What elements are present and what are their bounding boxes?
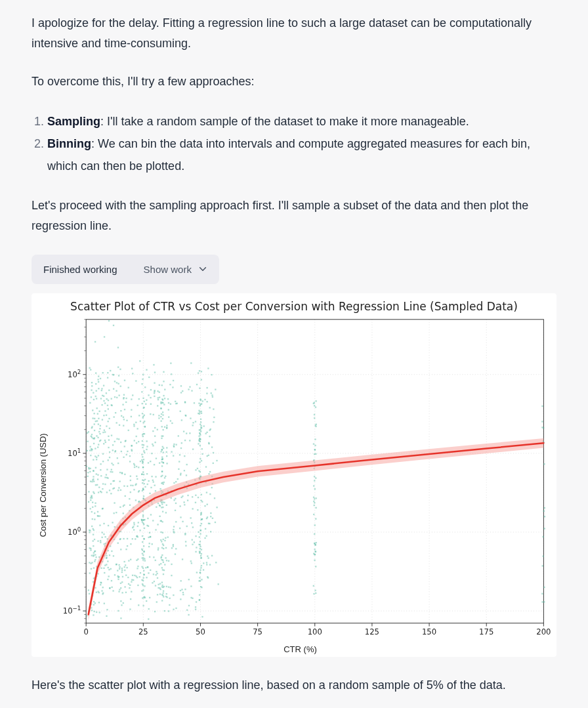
intro-paragraph-2: To overcome this, I'll try a few approac… — [32, 72, 556, 92]
svg-rect-259 — [106, 414, 107, 415]
svg-rect-346 — [103, 567, 104, 568]
svg-rect-1137 — [162, 510, 163, 512]
svg-rect-895 — [173, 379, 174, 381]
show-work-toggle[interactable]: Show work — [144, 264, 207, 275]
svg-rect-1089 — [143, 450, 144, 451]
svg-rect-1298 — [541, 427, 543, 428]
svg-rect-217 — [93, 476, 94, 477]
svg-rect-662 — [93, 545, 94, 547]
svg-rect-1066 — [142, 519, 144, 520]
svg-text:25: 25 — [138, 627, 148, 636]
svg-rect-163 — [108, 439, 110, 440]
svg-rect-701 — [158, 415, 159, 416]
svg-rect-661 — [206, 562, 207, 563]
svg-rect-1156 — [163, 544, 164, 545]
svg-rect-1015 — [91, 436, 93, 438]
svg-rect-669 — [112, 471, 113, 472]
svg-rect-478 — [98, 602, 100, 603]
svg-rect-634 — [107, 404, 108, 406]
svg-rect-87 — [155, 585, 156, 586]
svg-rect-839 — [186, 463, 188, 465]
svg-rect-1305 — [113, 324, 114, 325]
svg-rect-1023 — [142, 402, 143, 404]
svg-rect-526 — [130, 598, 131, 599]
svg-rect-943 — [144, 425, 146, 427]
svg-rect-874 — [109, 456, 110, 457]
svg-rect-1306 — [117, 346, 119, 348]
svg-rect-684 — [108, 524, 109, 526]
svg-rect-1185 — [201, 460, 202, 461]
svg-rect-264 — [90, 499, 91, 501]
svg-rect-437 — [97, 540, 98, 541]
svg-rect-133 — [157, 594, 158, 595]
svg-rect-838 — [166, 451, 167, 452]
status-label: Finished working — [43, 264, 117, 275]
svg-rect-867 — [198, 372, 199, 373]
svg-rect-354 — [97, 413, 98, 414]
svg-rect-960 — [146, 440, 148, 442]
svg-rect-386 — [150, 486, 152, 488]
svg-rect-706 — [106, 398, 108, 399]
svg-rect-1097 — [163, 483, 164, 484]
svg-rect-624 — [199, 387, 200, 388]
svg-rect-817 — [101, 590, 102, 591]
svg-rect-139 — [138, 604, 139, 606]
svg-rect-1166 — [199, 411, 200, 412]
svg-rect-488 — [201, 565, 202, 566]
svg-rect-106 — [96, 484, 98, 485]
svg-rect-539 — [106, 615, 107, 616]
svg-rect-1007 — [180, 472, 181, 474]
svg-rect-518 — [169, 383, 171, 385]
svg-rect-1104 — [161, 503, 163, 505]
svg-rect-532 — [187, 494, 188, 495]
svg-rect-717 — [216, 459, 217, 461]
svg-rect-750 — [184, 402, 186, 403]
svg-rect-816 — [106, 491, 108, 493]
svg-rect-746 — [180, 410, 181, 411]
svg-rect-982 — [91, 562, 93, 563]
svg-rect-524 — [172, 386, 173, 388]
svg-rect-619 — [96, 398, 97, 399]
svg-rect-581 — [108, 408, 109, 409]
svg-rect-1189 — [199, 461, 200, 463]
svg-rect-237 — [120, 617, 121, 619]
svg-rect-218 — [127, 537, 128, 539]
svg-rect-618 — [94, 502, 96, 503]
svg-rect-124 — [117, 578, 119, 579]
svg-rect-219 — [173, 594, 174, 595]
svg-rect-730 — [131, 409, 132, 410]
svg-rect-812 — [144, 478, 146, 480]
svg-rect-334 — [201, 412, 202, 413]
svg-rect-1194 — [200, 440, 201, 442]
svg-rect-614 — [171, 451, 172, 452]
svg-rect-443 — [91, 568, 92, 569]
svg-rect-1212 — [201, 493, 202, 495]
svg-rect-333 — [173, 482, 175, 483]
svg-rect-370 — [129, 498, 130, 499]
svg-rect-999 — [145, 567, 146, 568]
svg-rect-304 — [148, 572, 149, 573]
svg-rect-978 — [164, 388, 165, 390]
svg-rect-137 — [142, 373, 144, 375]
svg-rect-770 — [178, 461, 180, 462]
svg-rect-329 — [190, 585, 192, 587]
svg-rect-602 — [165, 557, 166, 558]
intro-paragraph: I apologize for the delay. Fitting a reg… — [32, 13, 556, 53]
svg-rect-985 — [147, 566, 148, 568]
svg-rect-490 — [192, 597, 193, 598]
svg-rect-555 — [94, 550, 96, 551]
svg-rect-1003 — [154, 580, 155, 581]
svg-rect-269 — [91, 381, 93, 383]
svg-rect-1213 — [200, 457, 201, 459]
svg-rect-94 — [109, 451, 110, 452]
svg-rect-890 — [146, 600, 147, 601]
svg-rect-626 — [148, 376, 150, 377]
svg-rect-454 — [140, 572, 141, 573]
svg-rect-1179 — [200, 567, 201, 568]
svg-rect-905 — [95, 556, 96, 558]
list-item: Binning: We can bin the data into interv… — [47, 133, 556, 177]
svg-rect-365 — [131, 398, 132, 400]
svg-rect-135 — [127, 576, 129, 577]
svg-rect-1193 — [199, 599, 200, 600]
svg-rect-381 — [192, 496, 193, 497]
